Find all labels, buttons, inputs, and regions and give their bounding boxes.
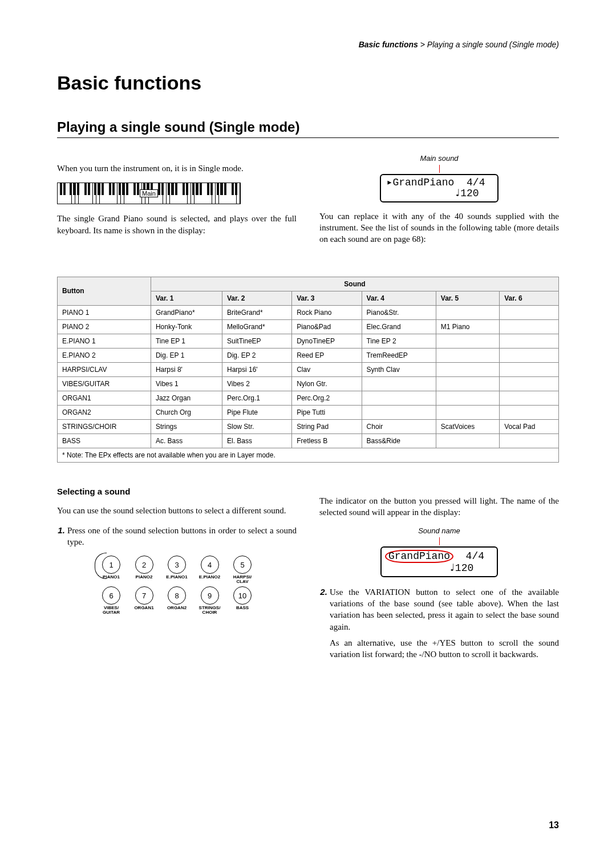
sound-cell <box>500 376 559 391</box>
breadcrumb-rest: > Playing a single sound (Single mode) <box>418 40 559 49</box>
step-2-alt: As an alternative, use the +/YES button … <box>330 637 559 661</box>
th-var-4: Var. 4 <box>362 291 436 305</box>
sound-cell: Fretless B <box>292 433 362 448</box>
th-button: Button <box>58 277 151 305</box>
row-button-label: ORGAN1 <box>58 391 151 405</box>
sound-cell <box>436 334 499 348</box>
sound-cell <box>436 391 499 405</box>
step-2: Use the VARIATION button to select one o… <box>330 586 559 633</box>
sound-cell: Slow Str. <box>222 419 292 433</box>
row-button-label: VIBES/GUITAR <box>58 376 151 391</box>
page-number: 13 <box>549 820 559 830</box>
table-row: E.PIANO 2Dig. EP 1Dig. EP 2Reed EPTremRe… <box>58 348 559 362</box>
sel-intro: You can use the sound selection buttons … <box>57 505 297 516</box>
sound-cell <box>436 376 499 391</box>
table-row: ORGAN1Jazz OrganPerc.Org.1Perc.Org.2 <box>58 391 559 405</box>
th-var-3: Var. 3 <box>292 291 362 305</box>
steps-right: Use the VARIATION button to select one o… <box>319 586 559 633</box>
diagram-button-1: 1PIANO1 <box>97 556 125 584</box>
sound-cell: BriteGrand* <box>222 305 292 319</box>
intro-p2: The single Grand Piano sound is selected… <box>57 213 297 236</box>
sound-cell: Jazz Organ <box>151 391 222 405</box>
sound-cell: Vocal Pad <box>500 419 559 433</box>
sound-cell: Rock Piano <box>292 305 362 319</box>
sound-cell <box>500 348 559 362</box>
table-row: E.PIANO 1Tine EP 1SuitTineEPDynoTineEPTi… <box>58 334 559 348</box>
sound-cell: El. Bass <box>222 433 292 448</box>
diagram-button-label: E.PIANO1 <box>163 575 191 580</box>
sound-cell: Perc.Org.2 <box>292 391 362 405</box>
sound-cell: Harpsi 8' <box>151 362 222 376</box>
diagram-button-10: 10BASS <box>228 586 257 615</box>
lcd-callout-main: Main sound <box>319 154 559 163</box>
diagram-button-7: 7ORGAN1 <box>130 586 159 615</box>
sound-cell: Piano&Pad <box>292 319 362 334</box>
keyboard-diagram: Main <box>57 183 241 204</box>
sound-cell: Vibes 1 <box>151 376 222 391</box>
sound-cell <box>436 305 499 319</box>
sound-cell: ScatVoices <box>436 419 499 433</box>
sound-cell <box>500 319 559 334</box>
row-button-label: STRINGS/CHOIR <box>58 419 151 433</box>
lcd-callout-name: Sound name <box>319 526 559 535</box>
sound-cell: Reed EP <box>292 348 362 362</box>
diagram-button-3: 3E.PIANO1 <box>163 556 191 584</box>
diagram-button-label: BASS <box>228 606 257 610</box>
sound-cell: DynoTineEP <box>292 334 362 348</box>
th-var-5: Var. 5 <box>436 291 499 305</box>
diagram-button-label: PIANO2 <box>130 575 159 580</box>
sound-cell: Vibes 2 <box>222 376 292 391</box>
diagram-button-circle: 1 <box>102 556 120 574</box>
step-1: Press one of the sound selection buttons… <box>67 525 297 548</box>
sound-cell: Tine EP 1 <box>151 334 222 348</box>
sound-cell <box>500 391 559 405</box>
page-title: Basic functions <box>57 72 559 94</box>
right-step-intro: The indicator on the button you pressed … <box>319 495 559 518</box>
diagram-button-label: ORGAN1 <box>130 606 159 610</box>
sound-cell: Clav <box>292 362 362 376</box>
sound-button-diagram: 1PIANO12PIANO23E.PIANO14E.PIANO25HARPSI/… <box>97 556 257 615</box>
breadcrumb-bold: Basic functions <box>359 40 418 49</box>
steps-left: Press one of the sound selection buttons… <box>57 525 297 548</box>
sound-cell <box>500 334 559 348</box>
diagram-button-8: 8ORGAN2 <box>163 586 191 615</box>
lcd-display-1: ▸GrandPiano 4/4 ♩120 <box>380 174 499 202</box>
diagram-button-label: VIBES/ GUITAR <box>97 606 125 615</box>
sound-cell <box>500 305 559 319</box>
sound-cell <box>500 362 559 376</box>
sound-cell <box>500 405 559 419</box>
row-button-label: E.PIANO 1 <box>58 334 151 348</box>
diagram-button-circle: 2 <box>135 556 153 574</box>
sound-cell: Ac. Bass <box>151 433 222 448</box>
lcd-main-sound: Main sound ▸GrandPiano 4/4 ♩120 <box>319 154 559 202</box>
intro-p1: When you turn the instrument on, it is i… <box>57 163 297 174</box>
sound-cell: Dig. EP 2 <box>222 348 292 362</box>
table-row: STRINGS/CHOIRStringsSlow Str.String PadC… <box>58 419 559 433</box>
table-row: PIANO 2Honky-TonkMelloGrand*Piano&PadEle… <box>58 319 559 334</box>
breadcrumb: Basic functions > Playing a single sound… <box>57 40 559 49</box>
row-button-label: E.PIANO 2 <box>58 348 151 362</box>
th-var-2: Var. 2 <box>222 291 292 305</box>
table-row: PIANO 1GrandPiano*BriteGrand*Rock PianoP… <box>58 305 559 319</box>
table-row: HARPSI/CLAVHarpsi 8'Harpsi 16'ClavSynth … <box>58 362 559 376</box>
table-row: VIBES/GUITARVibes 1Vibes 2Nylon Gtr. <box>58 376 559 391</box>
sound-cell <box>362 405 436 419</box>
diagram-button-circle: 6 <box>102 586 120 605</box>
row-button-label: HARPSI/CLAV <box>58 362 151 376</box>
diagram-button-label: E.PIANO2 <box>196 575 224 580</box>
table-row: BASSAc. BassEl. BassFretless BBass&Ride <box>58 433 559 448</box>
sound-cell <box>362 391 436 405</box>
sound-cell: TremReedEP <box>362 348 436 362</box>
sound-cell: Harpsi 16' <box>222 362 292 376</box>
diagram-button-circle: 4 <box>201 556 219 574</box>
table-note: * Note: The EPx effects are not availabl… <box>58 448 559 462</box>
replace-text: You can replace it with any of the 40 so… <box>319 210 559 245</box>
diagram-button-circle: 7 <box>135 586 153 605</box>
sound-cell <box>436 362 499 376</box>
row-button-label: PIANO 2 <box>58 319 151 334</box>
diagram-button-label: ORGAN2 <box>163 606 191 610</box>
sound-cell: M1 Piano <box>436 319 499 334</box>
th-var-1: Var. 1 <box>151 291 222 305</box>
table-row: ORGAN2Church OrgPipe FlutePipe Tutti <box>58 405 559 419</box>
sound-cell: MelloGrand* <box>222 319 292 334</box>
